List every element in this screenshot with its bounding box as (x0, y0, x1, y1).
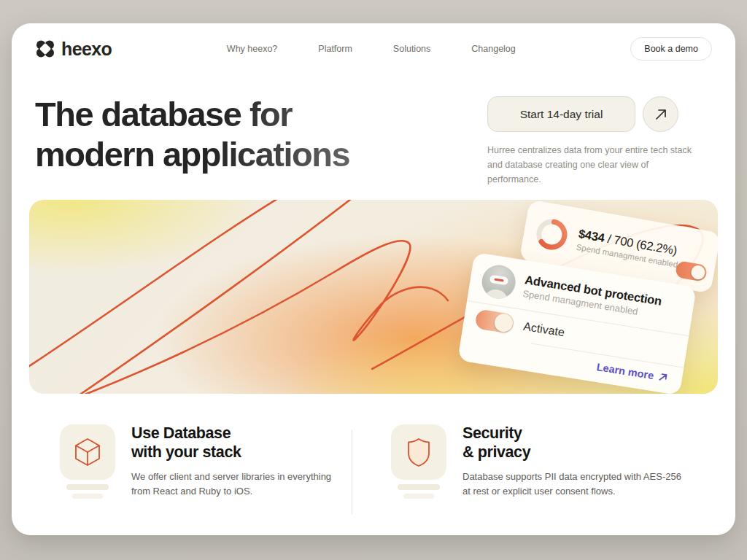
feature-icon-tile (60, 424, 115, 480)
cta-row: Start 14-day trial (487, 96, 700, 132)
feature-icon-stack (391, 424, 446, 514)
logo-text: heexo (61, 39, 112, 60)
hero-cta-block: Start 14-day trial Hurree centralizes da… (487, 96, 700, 187)
spend-toggle[interactable] (675, 260, 708, 282)
spend-toggle-knob (690, 265, 706, 281)
feature-security-privacy: Security & privacy Database supports PII… (391, 410, 681, 514)
feature-text-block: Security & privacy Database supports PII… (462, 424, 681, 514)
hero-title: The database for modern applications (35, 95, 487, 174)
feature-title: Security & privacy (462, 424, 681, 462)
hero-title-line1: The database for (35, 95, 487, 135)
learn-more-link[interactable]: Learn more (596, 361, 655, 381)
desktop-background: heexo Why heexo? Platform Solutions Chan… (0, 0, 747, 560)
feature-title-line2: & privacy (462, 443, 681, 462)
start-trial-button[interactable]: Start 14-day trial (487, 96, 635, 132)
tile-stack-layer-2 (72, 494, 103, 499)
tile-stack-layer-1 (66, 484, 109, 490)
spend-amount-value: $434 (578, 227, 605, 244)
feature-description: We offer client and server libraries in … (131, 470, 350, 499)
learn-more-arrow-icon (658, 372, 668, 382)
feature-database-stack: Use Database with your stack We offer cl… (60, 410, 352, 514)
nav-item-platform[interactable]: Platform (318, 44, 352, 54)
cube-icon (73, 437, 102, 467)
feature-icon-tile (391, 424, 446, 480)
main-nav: Why heexo? Platform Solutions Changelog (112, 44, 630, 54)
site-window: heexo Why heexo? Platform Solutions Chan… (12, 23, 735, 535)
robot-body-icon (484, 288, 508, 301)
hero-illustration: $434 / 700 (62.2%) Spend managment enabl… (29, 200, 718, 394)
arrow-up-right-icon (654, 107, 668, 122)
robot-visor-icon (489, 275, 508, 286)
feature-icon-stack (60, 424, 115, 514)
trial-arrow-button[interactable] (643, 96, 678, 132)
spend-text-block: $434 / 700 (62.2%) Spend managment enabl… (576, 227, 681, 269)
activate-label: Activate (522, 319, 565, 339)
tile-stack-layer-2 (403, 494, 434, 499)
shield-icon (405, 437, 433, 467)
feature-title-line1: Use Database (131, 424, 350, 443)
feature-title-line1: Security (462, 424, 681, 443)
hero-description: Hurree centralizes data from your entire… (487, 143, 700, 187)
hero-title-line2: modern applications (35, 135, 487, 175)
nav-item-solutions[interactable]: Solutions (393, 44, 430, 54)
logo-icon (35, 39, 55, 59)
feature-title: Use Database with your stack (131, 424, 350, 462)
features-divider (352, 430, 352, 514)
feature-title-line2: with your stack (131, 443, 350, 462)
features-section: Use Database with your stack We offer cl… (12, 410, 735, 514)
nav-item-why-heexo[interactable]: Why heexo? (227, 44, 277, 54)
logo[interactable]: heexo (35, 39, 112, 60)
spend-progress-ring (532, 214, 573, 255)
book-demo-button[interactable]: Book a demo (630, 37, 712, 61)
feature-text-block: Use Database with your stack We offer cl… (131, 424, 350, 514)
feature-description: Database supports PII data encrypted wit… (462, 470, 681, 499)
tile-stack-layer-1 (398, 484, 440, 490)
nav-item-changelog[interactable]: Changelog (471, 44, 515, 54)
hero-section: The database for modern applications Sta… (12, 71, 735, 187)
activate-toggle[interactable] (474, 308, 515, 334)
bot-avatar (479, 262, 518, 301)
activate-toggle-knob (493, 312, 514, 333)
navbar: heexo Why heexo? Platform Solutions Chan… (12, 26, 735, 71)
